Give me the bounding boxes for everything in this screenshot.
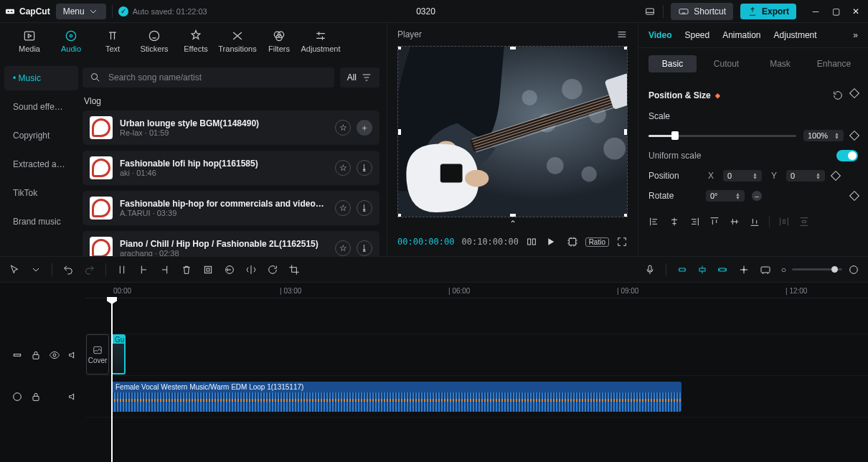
trim-right-icon[interactable] — [159, 264, 171, 275]
magnet-snap-icon[interactable] — [697, 264, 708, 275]
rotate-value[interactable]: 0°▲▼ — [706, 190, 745, 202]
rotate-dial[interactable]: – — [752, 191, 762, 201]
download-button[interactable]: ⭳ — [357, 200, 372, 216]
download-button[interactable]: ⭳ — [357, 160, 372, 176]
compare-icon[interactable] — [526, 236, 537, 248]
tab-audio[interactable]: Audio — [50, 23, 92, 57]
resize-handle[interactable] — [397, 129, 401, 135]
linkage-icon[interactable] — [717, 264, 728, 275]
select-tool-icon[interactable] — [9, 264, 20, 275]
timeline-zoom[interactable]: ○ — [781, 264, 859, 275]
list-item[interactable]: Fashionable hip-hop for commercials and … — [82, 191, 379, 225]
tab-media[interactable]: Media — [9, 23, 50, 57]
subtab-enhance[interactable]: Enhance — [810, 55, 858, 72]
align-vcenter-icon[interactable] — [729, 216, 740, 227]
cat-sound-effects[interactable]: Sound effe… — [4, 95, 78, 119]
record-voiceover-icon[interactable] — [644, 264, 656, 275]
mute-icon[interactable] — [67, 349, 79, 361]
favorite-button[interactable]: ☆ — [335, 120, 351, 136]
keyframe-icon[interactable] — [849, 131, 859, 141]
timeline-tracks[interactable]: Cover Guit Female Vocal Western Music/Wa… — [0, 298, 868, 462]
tab-text[interactable]: Text — [92, 23, 133, 57]
prop-tab-speed[interactable]: Speed — [684, 30, 709, 40]
lock-icon[interactable] — [30, 391, 42, 402]
distribute-v-icon[interactable] — [798, 216, 810, 227]
player-menu-icon[interactable] — [616, 29, 628, 40]
uniform-scale-toggle[interactable] — [836, 150, 858, 161]
keyframe-icon[interactable] — [831, 171, 841, 181]
cat-copyright[interactable]: Copyright — [4, 123, 78, 148]
prop-tab-adjustment[interactable]: Adjustment — [774, 30, 817, 40]
search-input[interactable] — [107, 72, 327, 83]
tab-adjustment[interactable]: Adjustment — [300, 23, 341, 57]
list-item[interactable]: Urban lounge style BGM(1148490)Re-lax · … — [82, 110, 379, 145]
search-box[interactable] — [82, 67, 334, 88]
mirror-icon[interactable] — [245, 264, 257, 275]
close-button[interactable]: ✕ — [848, 4, 864, 19]
preview-axis-icon[interactable] — [738, 264, 750, 275]
scale-fit-icon[interactable] — [567, 236, 578, 248]
position-y[interactable]: 0▲▼ — [786, 170, 825, 182]
prop-tab-animation[interactable]: Animation — [722, 30, 760, 40]
align-hcenter-icon[interactable] — [669, 216, 680, 227]
reverse-icon[interactable] — [224, 264, 235, 275]
crop-icon[interactable] — [288, 264, 300, 275]
ratio-button[interactable]: Ratio — [585, 237, 609, 247]
tool-chevron-icon[interactable] — [30, 264, 42, 275]
resize-handle[interactable] — [397, 46, 401, 50]
scale-value[interactable]: 100%▲▼ — [803, 130, 844, 141]
layout-icon[interactable] — [644, 6, 656, 17]
cat-music[interactable]: • Music — [4, 66, 78, 90]
favorite-button[interactable]: ☆ — [335, 160, 351, 176]
rotate-icon[interactable] — [267, 264, 278, 275]
cat-extracted[interactable]: Extracted a… — [4, 152, 78, 176]
filter-button[interactable]: All — [340, 67, 379, 88]
more-tabs-icon[interactable]: » — [853, 30, 858, 40]
zoom-out-icon[interactable]: ○ — [781, 265, 786, 275]
player-expand[interactable]: ⌃ — [387, 217, 638, 230]
position-x[interactable]: 0▲▼ — [723, 170, 762, 182]
list-item[interactable]: Piano / Chill / Hip Hop / Fashionable 2L… — [82, 231, 379, 256]
favorite-button[interactable]: ☆ — [335, 240, 351, 256]
download-button[interactable]: ⭳ — [357, 240, 372, 256]
player-canvas[interactable] — [397, 46, 628, 217]
freeze-frame-icon[interactable] — [202, 264, 214, 275]
reset-icon[interactable] — [832, 90, 844, 101]
collapse-icon[interactable] — [11, 391, 23, 402]
minimize-button[interactable]: ─ — [808, 4, 824, 19]
maximize-button[interactable]: ▢ — [828, 4, 844, 19]
cat-brand-music[interactable]: Brand music — [4, 209, 78, 234]
distribute-h-icon[interactable] — [778, 216, 790, 227]
favorite-button[interactable]: ☆ — [335, 200, 351, 216]
prop-tab-video[interactable]: Video — [648, 30, 671, 40]
align-top-icon[interactable] — [709, 216, 720, 227]
magnet-main-icon[interactable] — [676, 264, 688, 275]
shortcut-button[interactable]: Shortcut — [671, 3, 733, 20]
keyframe-icon[interactable] — [849, 88, 859, 98]
resize-handle[interactable] — [510, 214, 516, 217]
align-bottom-icon[interactable] — [749, 216, 760, 227]
video-clip[interactable]: Guit — [111, 334, 126, 374]
align-left-icon[interactable] — [648, 216, 660, 227]
cat-tiktok[interactable]: TikTok — [4, 181, 78, 205]
resize-handle[interactable] — [624, 214, 628, 217]
cover-button[interactable]: Cover — [86, 334, 109, 374]
fullscreen-icon[interactable] — [616, 236, 628, 248]
resize-handle[interactable] — [624, 46, 628, 50]
lock-icon[interactable] — [30, 349, 42, 361]
resize-handle[interactable] — [624, 129, 628, 135]
resize-handle[interactable] — [397, 214, 401, 217]
align-right-icon[interactable] — [689, 216, 700, 227]
collapse-icon[interactable] — [11, 349, 23, 361]
resize-handle[interactable] — [510, 46, 516, 50]
zoom-slider[interactable] — [792, 268, 842, 270]
tab-stickers[interactable]: Stickers — [133, 23, 175, 57]
mute-icon[interactable] — [67, 391, 79, 402]
menu-button[interactable]: Menu — [56, 4, 106, 19]
split-icon[interactable] — [116, 264, 128, 275]
zoom-fit-icon[interactable] — [848, 264, 859, 275]
undo-icon[interactable] — [62, 264, 74, 275]
playhead[interactable] — [111, 298, 113, 462]
subtab-cutout[interactable]: Cutout — [702, 55, 750, 72]
tab-transitions[interactable]: Transitions — [217, 23, 258, 57]
